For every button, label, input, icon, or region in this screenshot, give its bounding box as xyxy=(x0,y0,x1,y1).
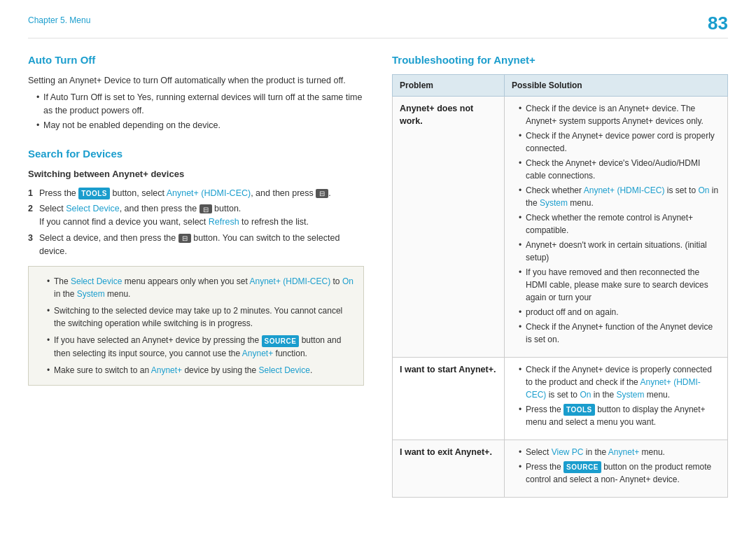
list-item: Check if the Anynet+ device power cord i… xyxy=(519,129,720,155)
anynet-link-6: Anynet+ (HDMI-CEC) xyxy=(526,377,701,400)
content-area: Auto Turn Off Setting an Anynet+ Device … xyxy=(28,52,728,498)
step-1: 1 Press the TOOLS button, select Anynet+… xyxy=(28,187,364,200)
col-problem: Problem xyxy=(393,74,505,96)
solution-cell-1: Check if the device is an Anynet+ device… xyxy=(505,96,728,357)
system-link-2: System xyxy=(540,198,568,208)
table-row: I want to exit Anynet+. Select View PC i… xyxy=(393,440,728,497)
search-devices-title: Search for Devices xyxy=(28,146,364,162)
anynet-link-7: Anynet+ xyxy=(608,447,639,457)
source-badge-2: SOURCE xyxy=(564,461,601,473)
left-column: Auto Turn Off Setting an Anynet+ Device … xyxy=(28,52,364,498)
tools-badge-2: TOOLS xyxy=(564,404,595,416)
col-solution: Possible Solution xyxy=(505,74,728,96)
list-item: Check whether Anynet+ (HDMI-CEC) is set … xyxy=(519,184,720,209)
anynet-link-5: Anynet+ (HDMI-CEC) xyxy=(584,185,665,195)
info-box: The Select Device menu appears only when… xyxy=(28,266,364,385)
anynet-link-3: Anynet+ xyxy=(242,349,273,358)
troubleshoot-table: Problem Possible Solution Anynet+ does n… xyxy=(392,74,728,498)
on-link-1: On xyxy=(342,276,354,286)
list-item: Check if the Anynet+ device is properly … xyxy=(519,363,720,401)
select-device-link-1: Select Device xyxy=(66,204,119,213)
list-item: product off and on again. xyxy=(519,306,720,318)
table-row: Anynet+ does not work. Check if the devi… xyxy=(393,96,728,357)
list-item: Check if the Anynet+ function of the Any… xyxy=(519,321,720,346)
select-device-link-3: Select Device xyxy=(259,365,310,375)
step-num: 3 xyxy=(28,232,33,245)
switching-subtitle: Switching between Anynet+ devices xyxy=(28,167,364,181)
problem-cell-1: Anynet+ does not work. xyxy=(393,96,505,357)
list-item: Press the TOOLS button to display the An… xyxy=(519,403,720,428)
enter-icon-3 xyxy=(178,234,191,243)
info-item-1: The Select Device menu appears only when… xyxy=(47,275,354,300)
list-item: Anynet+ doesn't work in certain situatio… xyxy=(519,239,720,264)
problem-cell-3: I want to exit Anynet+. xyxy=(393,440,505,497)
solution-cell-2: Check if the Anynet+ device is properly … xyxy=(505,357,728,440)
on-link-3: On xyxy=(580,390,591,400)
info-box-list: The Select Device menu appears only when… xyxy=(38,275,354,376)
list-item: Check if the device is an Anynet+ device… xyxy=(519,102,720,127)
auto-turn-off-title: Auto Turn Off xyxy=(28,52,364,69)
step-2: 2 Select Select Device, and then press t… xyxy=(28,202,364,229)
view-pc-link: View PC xyxy=(552,447,584,457)
right-column: Troubleshooting for Anynet+ Problem Poss… xyxy=(392,52,728,498)
list-item: Check whether the remote control is Anyn… xyxy=(519,211,720,237)
list-item: If you have removed and then reconnected… xyxy=(519,266,720,304)
page-container: Chapter 5. Menu 83 Auto Turn Off Setting… xyxy=(0,0,756,534)
page-number: 83 xyxy=(708,14,728,32)
enter-icon-2 xyxy=(200,204,212,213)
steps-list: 1 Press the TOOLS button, select Anynet+… xyxy=(28,187,364,258)
solution-list-1: Check if the device is an Anynet+ device… xyxy=(512,102,720,346)
page-header: Chapter 5. Menu 83 xyxy=(28,14,728,38)
info-item-2: Switching to the selected device may tak… xyxy=(47,304,354,330)
list-item: Select View PC in the Anynet+ menu. xyxy=(519,446,720,458)
list-item: If Auto Turn Off is set to Yes, running … xyxy=(36,91,364,118)
info-item-3: If you have selected an Anynet+ device b… xyxy=(47,334,354,359)
system-link-3: System xyxy=(616,390,644,400)
on-link-2: On xyxy=(698,185,709,195)
anynet-link-4: Anynet+ xyxy=(151,365,182,375)
table-header-row: Problem Possible Solution xyxy=(393,74,728,96)
refresh-link: Refresh xyxy=(209,217,239,227)
problem-cell-2: I want to start Anynet+. xyxy=(393,357,505,440)
system-link-1: System xyxy=(77,289,105,299)
anynet-link-2: Anynet+ (HDMI-CEC) xyxy=(250,276,331,286)
list-item: Press the SOURCE button on the product r… xyxy=(519,461,720,486)
source-badge-1: SOURCE xyxy=(262,335,300,347)
select-device-link-2: Select Device xyxy=(71,276,122,286)
enter-icon-1 xyxy=(316,189,328,198)
tools-badge-1: TOOLS xyxy=(78,188,110,199)
step-num: 1 xyxy=(28,187,33,200)
info-item-4: Make sure to switch to an Anynet+ device… xyxy=(47,364,354,377)
step-num: 2 xyxy=(28,202,33,216)
list-item: Check the Anynet+ device's Video/Audio/H… xyxy=(519,157,720,182)
chapter-title: Chapter 5. Menu xyxy=(28,14,90,27)
table-row: I want to start Anynet+. Check if the An… xyxy=(393,357,728,440)
anynet-link-1: Anynet+ (HDMI-CEC) xyxy=(167,188,251,198)
solution-list-3: Select View PC in the Anynet+ menu. Pres… xyxy=(512,446,720,486)
troubleshooting-title: Troubleshooting for Anynet+ xyxy=(392,52,728,69)
solution-list-2: Check if the Anynet+ device is properly … xyxy=(512,363,720,428)
step-3: 3 Select a device, and then press the bu… xyxy=(28,232,364,258)
auto-turn-off-bullets: If Auto Turn Off is set to Yes, running … xyxy=(28,91,364,132)
auto-turn-off-intro: Setting an Anynet+ Device to turn Off au… xyxy=(28,74,364,87)
list-item: May not be enabled depending on the devi… xyxy=(36,119,364,132)
solution-cell-3: Select View PC in the Anynet+ menu. Pres… xyxy=(505,440,728,497)
